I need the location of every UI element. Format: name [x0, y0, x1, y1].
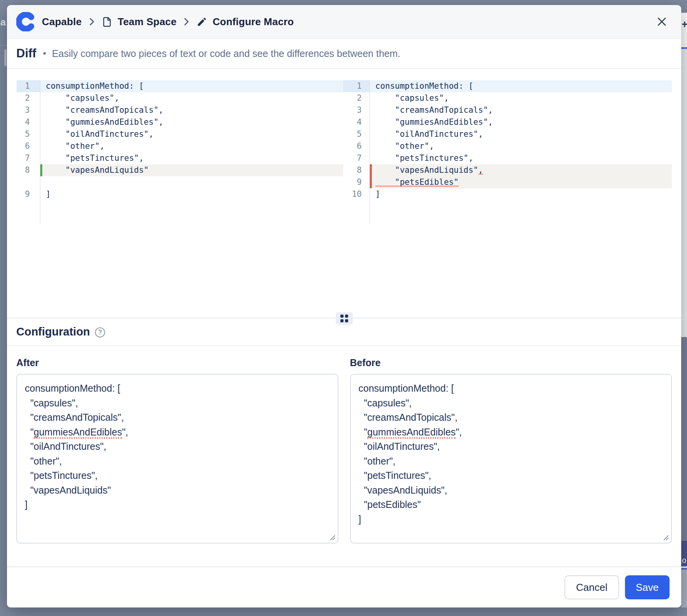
breadcrumb-app[interactable]: Capable — [42, 16, 82, 28]
breadcrumb-page: Configure Macro — [212, 16, 294, 28]
code-text: "other", — [375, 141, 434, 151]
tool-description: Easily compare two pieces of text or cod… — [52, 48, 400, 59]
line-number: 10 — [343, 188, 369, 200]
config-text-line: "petsEdibles" — [359, 497, 664, 512]
diff-line: "oilAndTinctures", — [40, 128, 343, 140]
diff-line: "capsules", — [370, 92, 672, 104]
line-number: 8 — [343, 164, 369, 176]
code-text: "gummiesAndEdibles", — [46, 117, 163, 127]
line-number: 6 — [17, 140, 40, 152]
diff-line: ] — [370, 188, 672, 200]
bullet-separator: • — [43, 48, 46, 59]
config-text-line: "creamsAndTopicals", — [25, 410, 330, 425]
resize-drag-handle[interactable] — [336, 312, 353, 325]
code-area-after[interactable]: consumptionMethod: [ "capsules", "creams… — [40, 80, 343, 224]
line-number: 1 — [343, 80, 369, 92]
help-icon[interactable]: ? — [95, 327, 105, 337]
line-number: 2 — [343, 92, 369, 104]
diff-line: "gummiesAndEdibles", — [40, 116, 343, 128]
line-number: 4 — [343, 116, 369, 128]
diff-line: "other", — [370, 140, 672, 152]
breadcrumb-space[interactable]: Team Space — [118, 16, 177, 28]
config-text-line: "petsTinctures", — [25, 468, 330, 483]
code-text: "petsTinctures", — [46, 153, 144, 163]
code-text: ] — [375, 189, 380, 199]
config-text-line: "other", — [25, 454, 330, 469]
diff-line: "petsTinctures", — [370, 152, 672, 164]
diff-pane-before: 12345678910 consumptionMethod: [ "capsul… — [343, 80, 672, 224]
save-button[interactable]: Save — [625, 575, 670, 599]
background-page-left-strip: a — [0, 0, 7, 616]
line-number: 9 — [17, 188, 40, 200]
config-text-line: "other", — [359, 454, 664, 469]
after-textarea[interactable]: consumptionMethod: [ "capsules", "creams… — [16, 374, 338, 544]
code-text: "vapesAndLiquids" — [375, 165, 478, 175]
code-text: "creamsAndTopicals", — [46, 105, 163, 115]
line-number: 3 — [343, 104, 369, 116]
configure-macro-dialog: Capable Team Space Configure Macro Diff … — [7, 5, 681, 607]
dialog-footer: Cancel Save — [7, 566, 681, 607]
document-icon — [102, 17, 112, 27]
before-label: Before — [350, 357, 672, 368]
close-button[interactable] — [654, 14, 670, 29]
background-text-fragment: a — [0, 17, 6, 28]
config-text-line: "gummiesAndEdibles", — [359, 425, 664, 440]
code-text: "oilAndTinctures", — [375, 129, 483, 139]
resize-handle-icon[interactable] — [330, 535, 336, 541]
dialog-header: Capable Team Space Configure Macro — [7, 5, 681, 39]
diff-line: "vapesAndLiquids" — [40, 164, 343, 176]
diff-line: "capsules", — [40, 92, 343, 104]
code-text: ] — [46, 189, 51, 199]
code-text: "petsTinctures", — [375, 153, 473, 163]
misspelled-word: gummiesAndEdibles — [34, 427, 122, 439]
diff-pane-after: 123456789 consumptionMethod: [ "capsules… — [17, 80, 343, 224]
diff-line: "creamsAndTopicals", — [370, 104, 672, 116]
config-text-line: "oilAndTinctures", — [359, 439, 664, 454]
config-text-line: "vapesAndLiquids", — [359, 483, 664, 498]
config-text-line: "vapesAndLiquids" — [25, 483, 330, 498]
diff-line: "other", — [40, 140, 343, 152]
tool-name: Diff — [16, 46, 36, 60]
config-text-line: "oilAndTinctures", — [25, 439, 330, 454]
chevron-right-icon — [89, 17, 95, 26]
line-number: 4 — [17, 116, 40, 128]
diff-line: consumptionMethod: [ — [370, 80, 672, 92]
chevron-right-icon — [184, 17, 189, 26]
cancel-button[interactable]: Cancel — [564, 575, 619, 599]
config-text-line: "gummiesAndEdibles", — [25, 425, 330, 440]
drag-dots-icon — [340, 315, 348, 322]
line-number: 9 — [343, 176, 369, 188]
config-text-line: ] — [25, 497, 330, 512]
config-text-line: "creamsAndTopicals", — [359, 410, 664, 425]
background-scrollbar-thumb — [4, 49, 7, 66]
line-number: 7 — [17, 152, 40, 164]
resize-handle-icon[interactable] — [663, 535, 669, 541]
before-textarea[interactable]: consumptionMethod: [ "capsules", "creams… — [350, 374, 672, 544]
code-text: consumptionMethod: [ — [46, 81, 144, 91]
added-text: , — [478, 165, 483, 175]
capable-logo-icon — [16, 12, 36, 31]
config-text-line: "capsules", — [359, 396, 664, 411]
config-text-line: "capsules", — [25, 396, 330, 411]
added-line-marker — [370, 164, 372, 176]
line-number: 5 — [17, 128, 40, 140]
diff-line: "petsEdibles" — [370, 176, 672, 188]
code-area-before[interactable]: consumptionMethod: [ "capsules", "creams… — [370, 80, 672, 224]
background-divider — [0, 45, 7, 46]
line-number: 7 — [343, 152, 369, 164]
background-table-fragment: o — [681, 541, 687, 566]
background-page-right-strip: + o — [681, 0, 687, 616]
config-text-line: "petsTinctures", — [359, 468, 664, 483]
code-text: "gummiesAndEdibles", — [375, 117, 493, 127]
code-text: "vapesAndLiquids" — [46, 165, 149, 175]
diff-line: "creamsAndTopicals", — [40, 104, 343, 116]
line-number: 6 — [343, 140, 369, 152]
line-number: 2 — [17, 92, 40, 104]
split-divider — [7, 318, 681, 318]
code-text: "capsules", — [375, 93, 449, 103]
line-number-gutter: 12345678910 — [343, 80, 370, 224]
diff-line: ] — [40, 188, 343, 200]
modified-line-marker — [40, 164, 42, 176]
config-text-line: consumptionMethod: [ — [359, 381, 664, 396]
background-plus-fragment: + — [681, 13, 687, 47]
